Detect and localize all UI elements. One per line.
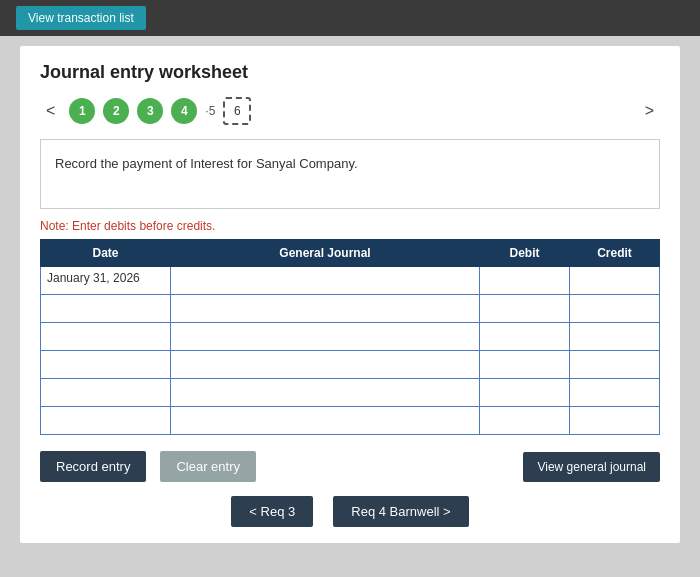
debit-cell-5[interactable] <box>480 379 570 407</box>
view-transaction-button[interactable]: View transaction list <box>16 6 146 30</box>
instruction-text: Record the payment of Interest for Sanya… <box>55 156 358 171</box>
step-4[interactable]: 4 <box>171 98 197 124</box>
date-cell-4 <box>41 351 171 379</box>
instruction-box: Record the payment of Interest for Sanya… <box>40 139 660 209</box>
debit-cell-6[interactable] <box>480 407 570 435</box>
table-row: January 31, 2026 <box>41 267 660 295</box>
credit-cell-2[interactable] <box>570 295 660 323</box>
journal-cell-6[interactable] <box>171 407 480 435</box>
table-row <box>41 295 660 323</box>
top-bar: View transaction list <box>0 0 700 36</box>
credit-cell-4[interactable] <box>570 351 660 379</box>
date-cell-6 <box>41 407 171 435</box>
col-header-date: Date <box>41 240 171 267</box>
date-cell-1: January 31, 2026 <box>41 267 171 295</box>
step-3[interactable]: 3 <box>137 98 163 124</box>
journal-cell-3[interactable] <box>171 323 480 351</box>
table-row <box>41 351 660 379</box>
journal-cell-5[interactable] <box>171 379 480 407</box>
step-separator: ·5 <box>205 104 215 118</box>
table-row <box>41 379 660 407</box>
step-nav: < 1 2 3 4 ·5 6 > <box>40 97 660 125</box>
worksheet-title: Journal entry worksheet <box>40 62 660 83</box>
table-row <box>41 323 660 351</box>
step-6-current[interactable]: 6 <box>223 97 251 125</box>
journal-cell-2[interactable] <box>171 295 480 323</box>
col-header-journal: General Journal <box>171 240 480 267</box>
view-general-journal-button[interactable]: View general journal <box>523 452 660 482</box>
debit-cell-2[interactable] <box>480 295 570 323</box>
credit-cell-3[interactable] <box>570 323 660 351</box>
req-forward-button[interactable]: Req 4 Barnwell > <box>333 496 468 527</box>
table-row <box>41 407 660 435</box>
credit-cell-5[interactable] <box>570 379 660 407</box>
date-cell-2 <box>41 295 171 323</box>
step-1[interactable]: 1 <box>69 98 95 124</box>
main-container: Journal entry worksheet < 1 2 3 4 ·5 6 >… <box>20 46 680 543</box>
col-header-debit: Debit <box>480 240 570 267</box>
debit-cell-4[interactable] <box>480 351 570 379</box>
credit-cell-1[interactable] <box>570 267 660 295</box>
journal-cell-1[interactable] <box>171 267 480 295</box>
record-entry-button[interactable]: Record entry <box>40 451 146 482</box>
debit-cell-1[interactable] <box>480 267 570 295</box>
note-text: Note: Enter debits before credits. <box>40 219 660 233</box>
step-2[interactable]: 2 <box>103 98 129 124</box>
bottom-nav: < Req 3 Req 4 Barnwell > <box>40 496 660 527</box>
credit-cell-6[interactable] <box>570 407 660 435</box>
date-cell-3 <box>41 323 171 351</box>
debit-cell-3[interactable] <box>480 323 570 351</box>
action-buttons-row: Record entry Clear entry View general jo… <box>40 451 660 482</box>
req-back-button[interactable]: < Req 3 <box>231 496 313 527</box>
journal-table: Date General Journal Debit Credit Januar… <box>40 239 660 435</box>
nav-right-arrow[interactable]: > <box>639 100 660 122</box>
journal-cell-4[interactable] <box>171 351 480 379</box>
clear-entry-button[interactable]: Clear entry <box>160 451 256 482</box>
col-header-credit: Credit <box>570 240 660 267</box>
nav-left-arrow[interactable]: < <box>40 100 61 122</box>
date-cell-5 <box>41 379 171 407</box>
